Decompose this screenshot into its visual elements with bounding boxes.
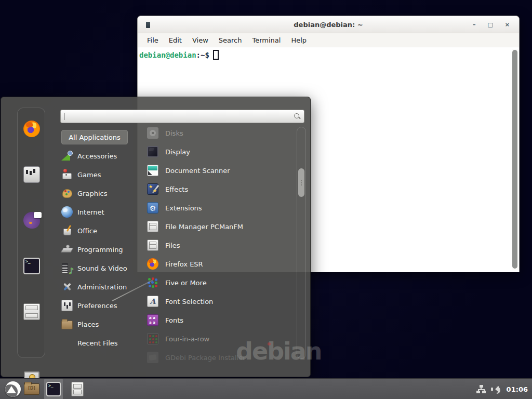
app-file-manager-pcmanfm[interactable]: File Manager PCManFM <box>147 217 290 236</box>
app-label: Five or More <box>165 279 207 287</box>
folder-icon <box>24 383 39 395</box>
app-five-or-more[interactable]: Five or More <box>147 273 290 292</box>
terminal-icon <box>46 382 61 396</box>
network-icon[interactable] <box>476 385 486 393</box>
menu-search[interactable]: Search <box>214 34 247 46</box>
search-input[interactable] <box>60 110 304 123</box>
document-scanner-icon <box>147 165 158 176</box>
category-places[interactable]: Places <box>61 315 144 334</box>
desktop: debian@debian: ~ – □ × File Edit View Se… <box>0 0 532 399</box>
terminal-scrollbar[interactable] <box>512 49 518 270</box>
category-administration[interactable]: Administration <box>61 277 144 296</box>
app-font-selection[interactable]: Font Selection <box>147 292 290 311</box>
graphics-icon <box>61 188 73 199</box>
prompt-user-host: debian@debian <box>139 51 196 59</box>
application-menu: debian All Applications Accessories Game… <box>1 97 311 377</box>
category-office[interactable]: Office <box>61 221 144 240</box>
effects-icon <box>147 183 158 195</box>
category-label: Sound & Video <box>77 264 127 272</box>
app-fonts[interactable]: Fonts <box>147 311 290 329</box>
category-sound-video[interactable]: Sound & Video <box>61 259 144 277</box>
administration-icon <box>61 281 73 292</box>
app-label: File Manager PCManFM <box>165 223 243 231</box>
close-button[interactable]: × <box>505 22 510 28</box>
app-label: Four-in-a-row <box>165 335 209 343</box>
app-gdebi-package-installer[interactable]: GDebi Package Installer <box>147 348 290 366</box>
app-files[interactable]: Files <box>147 236 290 255</box>
category-label: Administration <box>77 283 127 291</box>
minimize-button[interactable]: – <box>473 22 476 28</box>
app-label: Extensions <box>165 204 202 212</box>
file-cabinet-icon <box>71 382 84 396</box>
category-label: Internet <box>77 208 104 216</box>
accessories-icon <box>61 150 73 162</box>
app-label: Disks <box>165 129 183 137</box>
menu-edit[interactable]: Edit <box>164 34 187 46</box>
terminal-icon[interactable] <box>23 258 40 274</box>
category-internet[interactable]: Internet <box>61 203 144 221</box>
maximize-button[interactable]: □ <box>487 22 493 28</box>
app-label: Firefox ESR <box>165 260 203 268</box>
category-programming[interactable]: Programming <box>61 240 144 259</box>
app-label: Files <box>165 242 180 249</box>
programming-icon <box>61 244 73 255</box>
menu-help[interactable]: Help <box>286 34 312 46</box>
app-list-scrollbar[interactable] <box>297 127 306 359</box>
system-tray: 01:06 <box>476 379 528 399</box>
app-label: Effects <box>165 185 188 193</box>
four-in-a-row-icon <box>147 333 158 344</box>
start-menu-icon <box>5 381 21 397</box>
clock[interactable]: 01:06 <box>507 385 528 393</box>
display-icon <box>147 146 158 157</box>
fonts-icon <box>147 314 158 326</box>
category-graphics[interactable]: Graphics <box>61 184 144 203</box>
app-label: Document Scanner <box>165 167 230 175</box>
app-firefox-esr[interactable]: Firefox ESR <box>147 255 290 273</box>
app-display[interactable]: Display <box>147 142 290 161</box>
taskbar-terminal-button[interactable] <box>44 379 63 399</box>
start-menu-button[interactable] <box>4 379 22 399</box>
category-label: Preferences <box>77 302 117 310</box>
terminal-scrollbar-thumb[interactable] <box>512 50 517 269</box>
app-document-scanner[interactable]: Document Scanner <box>147 161 290 180</box>
gdebi-icon <box>147 352 158 363</box>
mixer-icon[interactable] <box>23 166 40 183</box>
taskbar-folder-button[interactable] <box>23 379 41 399</box>
app-four-in-a-row[interactable]: Four-in-a-row <box>147 329 290 348</box>
app-effects[interactable]: Effects <box>147 180 290 198</box>
category-accessories[interactable]: Accessories <box>61 147 144 165</box>
menu-view[interactable]: View <box>187 34 214 46</box>
taskbar: 01:06 <box>0 378 532 399</box>
category-label: Accessories <box>77 152 117 160</box>
category-label: Games <box>77 171 101 179</box>
category-recent-files[interactable]: Recent Files <box>61 334 144 352</box>
app-list-scrollbar-thumb[interactable] <box>298 168 304 197</box>
disks-icon <box>147 127 158 139</box>
terminal-title: debian@debian: ~ <box>294 21 363 29</box>
pidgin-icon[interactable] <box>23 212 40 229</box>
terminal-titlebar[interactable]: debian@debian: ~ – □ × <box>138 16 519 33</box>
app-extensions[interactable]: Extensions <box>147 198 290 217</box>
file-cabinet-icon[interactable] <box>23 303 40 320</box>
application-list: Disks Display Document Scanner Effects E… <box>147 124 290 366</box>
taskbar-files-button[interactable] <box>69 379 86 399</box>
firefox-icon <box>147 258 158 270</box>
extensions-icon <box>147 202 158 214</box>
firefox-icon[interactable] <box>23 121 40 137</box>
internet-icon <box>61 206 73 218</box>
category-list: Accessories Games Graphics Internet Offi… <box>61 147 144 352</box>
office-icon <box>61 225 73 236</box>
category-games[interactable]: Games <box>61 165 144 184</box>
menu-file[interactable]: File <box>142 34 164 46</box>
app-disks[interactable]: Disks <box>147 124 290 142</box>
app-label: Fonts <box>165 316 183 324</box>
all-applications-label: All Applications <box>69 134 121 141</box>
menu-terminal[interactable]: Terminal <box>247 34 286 46</box>
volume-icon[interactable] <box>491 385 501 393</box>
category-label: Recent Files <box>77 339 118 347</box>
all-applications-button[interactable]: All Applications <box>61 130 128 144</box>
terminal-cursor <box>213 50 219 60</box>
text-caret <box>64 113 64 120</box>
sound-video-icon <box>61 262 73 274</box>
category-preferences[interactable]: Preferences <box>61 296 144 315</box>
